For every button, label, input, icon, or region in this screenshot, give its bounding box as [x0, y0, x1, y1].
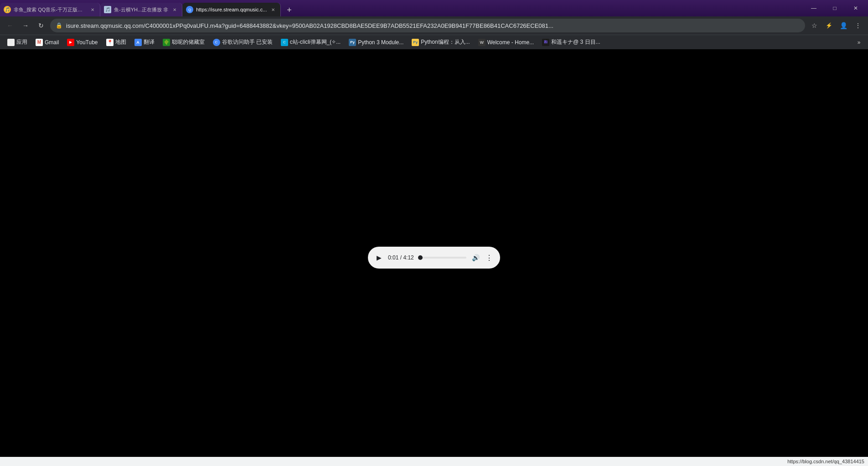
- clicli-favicon: C: [281, 39, 288, 46]
- url-text: isure.stream.qqmusic.qq.com/C4000001xPPq…: [66, 22, 800, 29]
- bookmark-gmail-label: Gmail: [45, 39, 59, 46]
- more-options-button[interactable]: ⋮: [485, 253, 494, 262]
- bookmark-owl[interactable]: 🌵 聪呢的储藏室: [159, 37, 208, 48]
- bookmark-welcome-label: Welcome - Home...: [487, 39, 534, 46]
- bookmark-python-module-label: Python 3 Module...: [358, 39, 403, 46]
- bookmark-owl-label: 聪呢的储藏室: [172, 38, 205, 46]
- time-display: 0:01 / 4:12: [388, 254, 414, 261]
- current-time: 0:01: [388, 254, 398, 261]
- progress-thumb: [418, 255, 423, 260]
- bookmark-translate[interactable]: A 翻译: [131, 37, 158, 48]
- tab-2-favicon: 🎵: [104, 6, 111, 13]
- forward-button[interactable]: →: [19, 19, 32, 32]
- tab-2-title: 鱼-云横YH...正在播放 非: [114, 6, 168, 13]
- bookmark-youtube-label: YouTube: [76, 39, 98, 46]
- bookmark-python-book-label: Python编程：从入...: [421, 38, 470, 46]
- bookmark-clicli[interactable]: C c站-clicli弹幕网_(✧...: [277, 37, 344, 48]
- lock-icon: 🔒: [56, 22, 62, 29]
- python-module-favicon: Py: [349, 39, 356, 46]
- bookmark-apps[interactable]: ⠿ 应用: [4, 37, 31, 48]
- address-bar-actions: ☆ ⚡ 👤 ⋮: [808, 19, 864, 32]
- window-controls: — □ ✕: [803, 0, 868, 16]
- tab-3-title: https://isure.stream.qqmusic.c...: [196, 7, 267, 12]
- welcome-favicon: W: [478, 39, 486, 46]
- progress-track[interactable]: [418, 257, 466, 259]
- owl-favicon: 🌵: [163, 39, 170, 46]
- bookmarks-overflow-button[interactable]: »: [853, 37, 864, 48]
- tab-3-favicon: Q: [186, 6, 193, 13]
- back-button[interactable]: ←: [4, 19, 16, 32]
- bookmark-maps-label: 地图: [115, 38, 126, 46]
- bookmark-python-book[interactable]: Py Python编程：从入...: [408, 37, 473, 48]
- tab-3-close[interactable]: ✕: [269, 6, 277, 13]
- bookmarks-bar: ⠿ 应用 M Gmail ▶ YouTube 📍 地图 A: [0, 35, 868, 49]
- bookmark-apps-label: 应用: [16, 38, 27, 46]
- tab-1-favicon: 🎵: [4, 6, 11, 13]
- new-tab-button[interactable]: +: [283, 4, 295, 16]
- reload-button[interactable]: ↻: [35, 19, 47, 32]
- status-url: https://blog.csdn.net/qq_43814415: [787, 459, 864, 464]
- title-bar: 🎵 非鱼_搜索 QQ音乐-千万正版音乐... ✕ 🎵 鱼-云横YH...正在播放…: [0, 0, 868, 16]
- bookmark-niconico[interactable]: 和 和遥キナ@ 3 日目...: [538, 37, 604, 48]
- python-book-favicon: Py: [412, 39, 419, 46]
- gmail-favicon: M: [36, 39, 43, 46]
- minimize-button[interactable]: —: [803, 0, 824, 16]
- status-bar: https://blog.csdn.net/qq_43814415: [0, 457, 868, 466]
- tab-2[interactable]: 🎵 鱼-云横YH...正在播放 非 ✕: [100, 3, 182, 16]
- browser-menu-button[interactable]: ⋮: [852, 19, 864, 32]
- tab-1-title: 非鱼_搜索 QQ音乐-千万正版音乐...: [14, 6, 86, 13]
- chrome-ext-favicon: C: [213, 39, 220, 46]
- bookmark-google-access-label: 谷歌访问助手 已安装: [222, 38, 273, 46]
- address-bar[interactable]: 🔒 isure.stream.qqmusic.qq.com/C4000001xP…: [50, 19, 805, 32]
- bookmark-translate-label: 翻译: [144, 38, 155, 46]
- tab-3[interactable]: Q https://isure.stream.qqmusic.c... ✕: [182, 3, 281, 16]
- translate-favicon: A: [134, 39, 142, 46]
- tabs-container: 🎵 非鱼_搜索 QQ音乐-千万正版音乐... ✕ 🎵 鱼-云横YH...正在播放…: [0, 0, 803, 16]
- audio-player: ▶ 0:01 / 4:12 🔊 ⋮: [368, 247, 500, 269]
- user-profile-button[interactable]: 👤: [837, 19, 850, 32]
- niconico-favicon: 和: [542, 39, 549, 46]
- youtube-favicon: ▶: [67, 39, 74, 46]
- extension-button[interactable]: ⚡: [822, 19, 835, 32]
- total-time: 4:12: [403, 254, 413, 261]
- content-area: ▶ 0:01 / 4:12 🔊 ⋮ https://b: [0, 49, 868, 466]
- browser-frame: 🎵 非鱼_搜索 QQ音乐-千万正版音乐... ✕ 🎵 鱼-云横YH...正在播放…: [0, 0, 868, 466]
- bookmark-clicli-label: c站-clicli弹幕网_(✧...: [290, 38, 341, 46]
- bookmark-python-module[interactable]: Py Python 3 Module...: [345, 37, 407, 48]
- bookmark-maps[interactable]: 📍 地图: [103, 37, 130, 48]
- bookmark-youtube[interactable]: ▶ YouTube: [63, 37, 101, 48]
- play-button[interactable]: ▶: [374, 253, 383, 262]
- maximize-button[interactable]: □: [824, 0, 845, 16]
- bookmark-niconico-label: 和遥キナ@ 3 日目...: [551, 38, 600, 46]
- bookmark-google-access[interactable]: C 谷歌访问助手 已安装: [209, 37, 276, 48]
- tab-1[interactable]: 🎵 非鱼_搜索 QQ音乐-千万正版音乐... ✕: [0, 3, 100, 16]
- progress-bar-container[interactable]: [418, 257, 466, 259]
- apps-favicon: ⠿: [7, 39, 15, 46]
- bookmark-star-button[interactable]: ☆: [808, 19, 821, 32]
- bookmark-welcome[interactable]: W Welcome - Home...: [475, 37, 537, 48]
- volume-button[interactable]: 🔊: [471, 253, 480, 262]
- close-button[interactable]: ✕: [845, 0, 866, 16]
- bookmark-gmail[interactable]: M Gmail: [32, 37, 62, 48]
- tab-1-close[interactable]: ✕: [89, 6, 96, 13]
- tab-2-close[interactable]: ✕: [171, 6, 178, 13]
- address-bar-row: ← → ↻ 🔒 isure.stream.qqmusic.qq.com/C400…: [0, 16, 868, 35]
- maps-favicon: 📍: [106, 39, 114, 46]
